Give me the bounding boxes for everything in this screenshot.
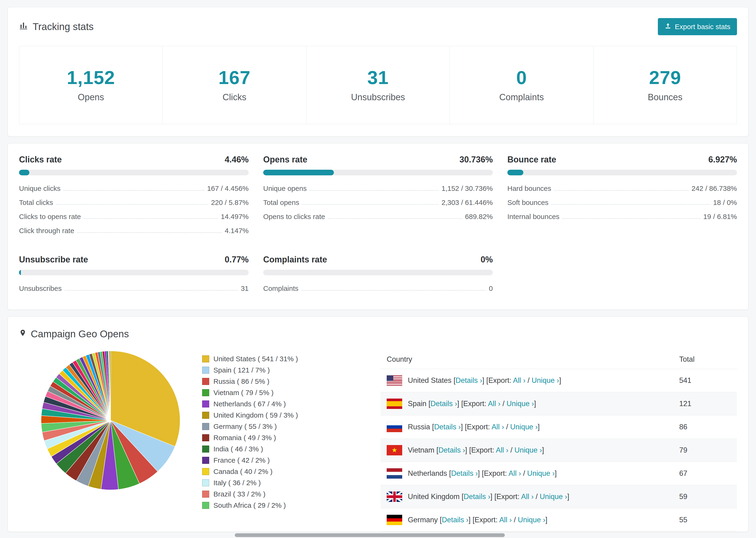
stat-row-label: Unsubscribes [19, 285, 62, 293]
export-all-link[interactable]: All › [496, 446, 508, 454]
stat-row-value: 242 / 86.738% [692, 185, 737, 192]
legend-label: United Kingdom ( 59 / 3% ) [213, 411, 298, 419]
geo-table-row: Russia [Details ›] [Export: All › / Uniq… [381, 415, 737, 439]
stat-row: Opens to clicks rate689.82% [263, 210, 493, 224]
bounce-rate-progressbar [507, 170, 737, 175]
geo-legend: United States ( 541 / 31% )Spain ( 121 /… [202, 350, 366, 511]
complaints-rate-value: 0% [481, 255, 493, 265]
clicks-rate-progress-fill [19, 170, 29, 175]
stat-row-label: Click through rate [19, 227, 74, 235]
legend-color-swatch [202, 401, 209, 407]
tracking-stats-title-row: Tracking stats [19, 21, 94, 32]
details-link[interactable]: Details › [442, 516, 469, 524]
export-basic-stats-button[interactable]: Export basic stats [658, 18, 737, 35]
stat-row: Complaints0 [263, 282, 493, 296]
export-unique-link[interactable]: Unique › [518, 516, 545, 524]
stat-row-value: 220 / 5.87% [211, 198, 249, 207]
stat-row: Unique clicks167 / 4.456% [19, 182, 249, 195]
total-cell: 67 [679, 469, 731, 478]
export-unique-link[interactable]: Unique › [510, 423, 538, 431]
legend-label: Brazil ( 33 / 2% ) [213, 490, 266, 498]
horizontal-scrollbar-thumb[interactable] [235, 533, 505, 537]
legend-item: United States ( 541 / 31% ) [202, 353, 366, 364]
complaints-rate-title: Complaints rate [263, 255, 327, 265]
total-cell: 59 [679, 493, 731, 501]
complaints-count: 0 [450, 67, 593, 88]
opens-label: Opens [19, 92, 162, 102]
legend-color-swatch [202, 468, 209, 475]
details-link[interactable]: Details › [451, 469, 478, 477]
es-flag-icon [387, 399, 402, 409]
legend-label: France ( 42 / 2% ) [213, 456, 270, 464]
details-link[interactable]: Details › [438, 446, 465, 454]
dotted-leader [77, 232, 222, 233]
country-cell-text: Spain [Details ›] [Export: All › / Uniqu… [408, 399, 536, 409]
export-unique-link[interactable]: Unique › [540, 493, 567, 501]
export-all-link[interactable]: All › [492, 423, 504, 431]
stat-row: Click through rate4.147% [19, 224, 249, 238]
export-upload-icon [665, 22, 672, 31]
geo-table-row: United States [Details ›] [Export: All ›… [381, 369, 737, 392]
stat-row: Unique opens1,152 / 30.736% [263, 182, 493, 195]
export-all-link[interactable]: All › [513, 376, 525, 385]
details-link[interactable]: Details › [434, 423, 461, 431]
country-cell: Russia [Details ›] [Export: All › / Uniq… [387, 422, 679, 432]
legend-item: South Africa ( 29 / 2% ) [202, 500, 366, 511]
unsubscribe-rate-progressbar [19, 270, 249, 275]
legend-color-swatch [202, 457, 209, 464]
unsubscribe-rate-panel: Unsubscribe rate 0.77% Unsubscribes31 [19, 255, 249, 296]
export-unique-link[interactable]: Unique › [507, 400, 534, 408]
country-cell: United Kingdom [Details ›] [Export: All … [387, 492, 679, 502]
complaints-rate-rows: Complaints0 [263, 282, 493, 296]
stat-row-label: Unique opens [263, 185, 307, 192]
stat-row: Total opens2,303 / 61.446% [263, 195, 493, 210]
stat-row: Internal bounces19 / 6.81% [507, 210, 737, 224]
legend-color-swatch [202, 446, 209, 453]
export-all-link[interactable]: All › [488, 400, 500, 408]
campaign-geo-opens-card: Campaign Geo Opens United States ( 541 /… [8, 316, 748, 532]
country-cell: Spain [Details ›] [Export: All › / Uniqu… [387, 399, 679, 409]
stat-row-value: 0 [489, 285, 493, 293]
legend-label: Canada ( 40 / 2% ) [213, 467, 273, 476]
bounce-rate-rows: Hard bounces242 / 86.738%Soft bounces18 … [507, 182, 737, 224]
us-flag-icon [387, 375, 402, 386]
export-unique-link[interactable]: Unique › [531, 376, 559, 385]
geo-table-body: United States [Details ›] [Export: All ›… [381, 369, 737, 532]
export-unique-link[interactable]: Unique › [514, 446, 542, 454]
legend-item: Spain ( 121 / 7% ) [202, 364, 366, 376]
details-link[interactable]: Details › [464, 493, 490, 501]
export-unique-link[interactable]: Unique › [527, 469, 555, 477]
dotted-leader [309, 190, 439, 190]
stat-row-value: 14.497% [221, 213, 249, 221]
details-link[interactable]: Details › [431, 400, 458, 408]
stat-box-clicks: 167 Clicks [162, 46, 306, 124]
legend-label: India ( 46 / 3% ) [213, 445, 263, 453]
stat-box-bounces: 279 Bounces [593, 46, 737, 124]
de-flag-icon [387, 515, 402, 525]
unsubscribe-rate-progress-fill [19, 270, 21, 275]
geo-section-title: Campaign Geo Opens [31, 328, 129, 340]
export-all-link[interactable]: All › [521, 493, 533, 501]
clicks-rate-panel: Clicks rate 4.46% Unique clicks167 / 4.4… [19, 155, 249, 238]
legend-item: Netherlands ( 67 / 4% ) [202, 398, 366, 409]
country-cell-text: Netherlands [Details ›] [Export: All › /… [408, 468, 557, 478]
details-link[interactable]: Details › [456, 376, 482, 385]
legend-label: Romania ( 49 / 3% ) [213, 434, 276, 442]
bounce-rate-progress-fill [507, 170, 523, 175]
stat-row-label: Total opens [263, 198, 299, 207]
bounces-label: Bounces [594, 92, 737, 102]
stat-row-value: 4.147% [225, 227, 249, 235]
country-cell: Germany [Details ›] [Export: All › / Uni… [387, 515, 679, 525]
stat-row: Unsubscribes31 [19, 282, 249, 296]
legend-color-swatch [202, 389, 209, 396]
geo-table-row: United Kingdom [Details ›] [Export: All … [381, 485, 737, 509]
geo-pie-chart [40, 350, 181, 491]
opens-rate-progressbar [263, 170, 493, 175]
nl-flag-icon [387, 468, 402, 479]
opens-count: 1,152 [19, 67, 162, 88]
stat-row-label: Clicks to opens rate [19, 213, 81, 221]
export-all-link[interactable]: All › [509, 469, 521, 477]
export-all-link[interactable]: All › [499, 516, 512, 524]
stat-box-opens: 1,152 Opens [19, 46, 163, 124]
geo-body: United States ( 541 / 31% )Spain ( 121 /… [19, 350, 737, 532]
